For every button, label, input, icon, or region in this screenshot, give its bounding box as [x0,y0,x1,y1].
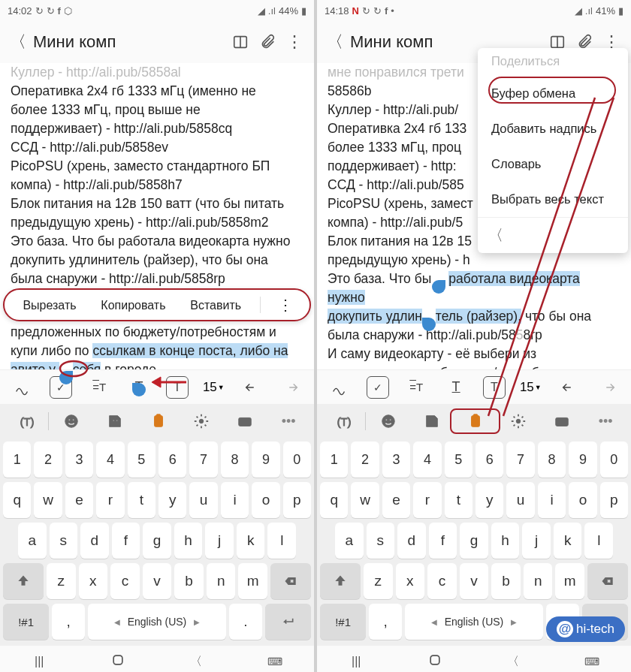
key-1[interactable]: 1 [3,441,31,478]
key-e[interactable]: e [382,482,410,518]
key-m[interactable]: m [238,563,267,599]
key-x[interactable]: x [396,563,425,599]
key-c[interactable]: c [110,563,140,599]
key-k[interactable]: k [237,523,265,559]
key-z[interactable]: z [47,563,76,599]
shift-key[interactable] [3,563,44,599]
key-3[interactable]: 3 [65,441,93,478]
back-button[interactable]: 〈 [323,31,347,53]
shift-key[interactable] [320,563,361,599]
key-e[interactable]: e [65,482,93,518]
key-h[interactable]: h [491,523,520,559]
popup-caption[interactable]: Добавить надпись [478,111,628,146]
key-p[interactable]: p [600,482,628,518]
key-2[interactable]: 2 [351,441,379,478]
keyboard-switch-button[interactable]: ⌨ [260,655,290,667]
key-p[interactable]: p [283,482,311,518]
key-c[interactable]: c [427,563,457,599]
key-l[interactable]: l [584,523,613,559]
backspace-key[interactable] [587,563,628,599]
kb-more-icon[interactable]: ••• [267,414,309,429]
emoji-icon[interactable] [50,413,92,429]
key-q[interactable]: q [3,482,31,518]
comma-key[interactable]: , [369,604,402,640]
key-7[interactable]: 7 [506,441,534,478]
underline-icon[interactable]: T [443,375,469,400]
key-a[interactable]: a [18,523,47,559]
key-8[interactable]: 8 [221,441,249,478]
key-s[interactable]: s [367,523,395,559]
key-o[interactable]: o [569,482,596,518]
key-r[interactable]: r [96,482,124,518]
key-i[interactable]: i [538,482,566,518]
attachment-icon[interactable] [254,34,281,50]
comma-key[interactable]: , [52,604,85,640]
key-y[interactable]: y [476,482,503,518]
space-key[interactable]: ◀English (US)▶ [88,604,226,640]
key-5[interactable]: 5 [128,441,155,478]
popup-back[interactable]: 〈 [478,217,628,253]
redo-icon[interactable] [596,375,621,400]
key-j[interactable]: j [205,523,234,559]
key-b[interactable]: b [491,563,521,599]
enter-key[interactable] [265,604,311,640]
nav-back-button[interactable]: 〈 [181,654,211,670]
note-content[interactable]: Куллер - http://ali.pub/5858al Оперативк… [0,63,314,369]
selection-handle-end[interactable] [422,318,436,331]
settings-icon[interactable] [180,413,222,429]
backspace-key[interactable] [270,563,311,599]
key-u[interactable]: u [506,482,534,518]
key-s[interactable]: s [50,523,78,559]
recents-button[interactable]: ||| [24,655,54,668]
key-w[interactable]: w [34,482,62,518]
key-w[interactable]: w [351,482,379,518]
key-i[interactable]: i [221,482,249,518]
clipboard-icon[interactable] [454,413,497,429]
symbols-key[interactable]: !#1 [3,604,49,640]
popup-dictionary[interactable]: Словарь [478,146,628,182]
key-d[interactable]: d [397,523,426,559]
nav-back-button[interactable]: 〈 [498,654,528,670]
selection-handle-end[interactable] [132,383,146,396]
key-g[interactable]: g [143,523,171,559]
checkbox-tool-icon[interactable]: ✓ [367,376,389,399]
key-h[interactable]: h [174,523,203,559]
space-key[interactable]: ◀English (US)▶ [405,604,543,640]
font-family-icon[interactable]: =T [403,375,429,400]
kb-more-icon[interactable]: ••• [584,414,626,429]
key-9[interactable]: 9 [252,441,279,478]
sticker-icon[interactable] [411,413,453,429]
keyboard-mode-icon[interactable] [541,413,583,429]
key-q[interactable]: q [320,482,348,518]
key-0[interactable]: 0 [283,441,311,478]
home-button[interactable] [420,652,450,670]
key-5[interactable]: 5 [445,441,472,478]
handwriting-icon[interactable] [10,375,35,400]
key-0[interactable]: 0 [600,441,628,478]
key-y[interactable]: y [159,482,186,518]
clipboard-icon[interactable] [137,413,180,429]
key-n[interactable]: n [524,563,553,599]
font-family-icon[interactable]: =T [86,375,112,400]
popup-select-all[interactable]: Выбрать весь текст [478,182,628,217]
key-9[interactable]: 9 [569,441,596,478]
popup-share[interactable]: Поделиться [478,48,628,76]
key-6[interactable]: 6 [159,441,186,478]
keyboard-switch-button[interactable]: ⌨ [577,655,607,667]
symbols-key[interactable]: !#1 [320,604,366,640]
more-icon[interactable]: ⋮ [281,32,308,52]
key-4[interactable]: 4 [96,441,124,478]
key-t[interactable]: t [445,482,472,518]
key-m[interactable]: m [555,563,584,599]
text-input-icon[interactable]: (T) [5,413,47,429]
key-7[interactable]: 7 [189,441,217,478]
undo-icon[interactable] [556,375,581,400]
key-x[interactable]: x [79,563,108,599]
key-u[interactable]: u [189,482,217,518]
key-a[interactable]: a [335,523,364,559]
key-6[interactable]: 6 [476,441,503,478]
keyboard-mode-icon[interactable] [224,413,266,429]
key-n[interactable]: n [207,563,236,599]
key-f[interactable]: f [429,523,457,559]
key-z[interactable]: z [364,563,393,599]
